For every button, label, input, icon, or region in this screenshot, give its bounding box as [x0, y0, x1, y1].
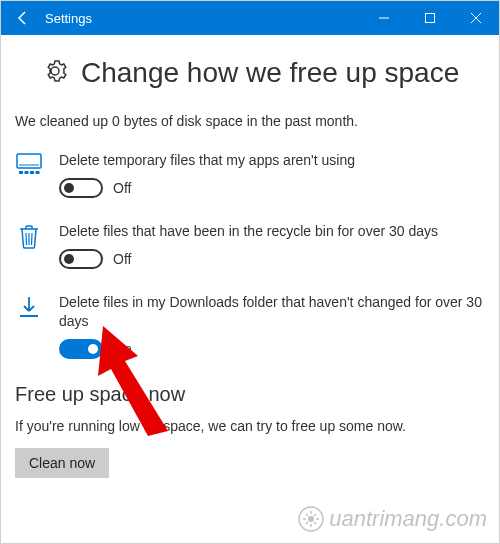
setting-temp-files: Delete temporary files that my apps aren…	[15, 151, 485, 198]
page-title: Change how we free up space	[81, 57, 459, 89]
content-area: Change how we free up space We cleaned u…	[1, 35, 499, 478]
window-title: Settings	[45, 11, 361, 26]
page-header: Change how we free up space	[43, 57, 485, 89]
section-title: Free up space now	[15, 383, 485, 406]
setting-label: Delete temporary files that my apps aren…	[59, 151, 485, 170]
back-button[interactable]	[1, 1, 45, 35]
svg-rect-6	[30, 171, 34, 174]
toggle-recycle-bin[interactable]	[59, 249, 103, 269]
setting-downloads: Delete files in my Downloads folder that…	[15, 293, 485, 359]
svg-rect-4	[19, 171, 23, 174]
minimize-button[interactable]	[361, 1, 407, 35]
toggle-state-text: On	[113, 341, 132, 357]
setting-recycle-bin: Delete files that have been in the recyc…	[15, 222, 485, 269]
trash-icon	[15, 224, 43, 250]
svg-rect-2	[17, 154, 41, 168]
titlebar: Settings	[1, 1, 499, 35]
gear-icon	[43, 59, 67, 87]
svg-rect-7	[36, 171, 40, 174]
watermark: uantrimang.com	[297, 505, 487, 533]
download-icon	[15, 295, 43, 319]
svg-line-10	[32, 233, 33, 245]
toggle-temp-files[interactable]	[59, 178, 103, 198]
section-desc: If you're running low on space, we can t…	[15, 418, 485, 434]
close-button[interactable]	[453, 1, 499, 35]
toggle-downloads[interactable]	[59, 339, 103, 359]
monitor-icon	[15, 153, 43, 175]
clean-now-button[interactable]: Clean now	[15, 448, 109, 478]
maximize-button[interactable]	[407, 1, 453, 35]
svg-rect-1	[426, 14, 435, 23]
toggle-state-text: Off	[113, 180, 131, 196]
toggle-state-text: Off	[113, 251, 131, 267]
svg-rect-5	[25, 171, 29, 174]
svg-point-13	[308, 516, 314, 522]
setting-label: Delete files in my Downloads folder that…	[59, 293, 485, 331]
svg-line-8	[26, 233, 27, 245]
status-text: We cleaned up 0 bytes of disk space in t…	[15, 113, 485, 129]
setting-label: Delete files that have been in the recyc…	[59, 222, 485, 241]
